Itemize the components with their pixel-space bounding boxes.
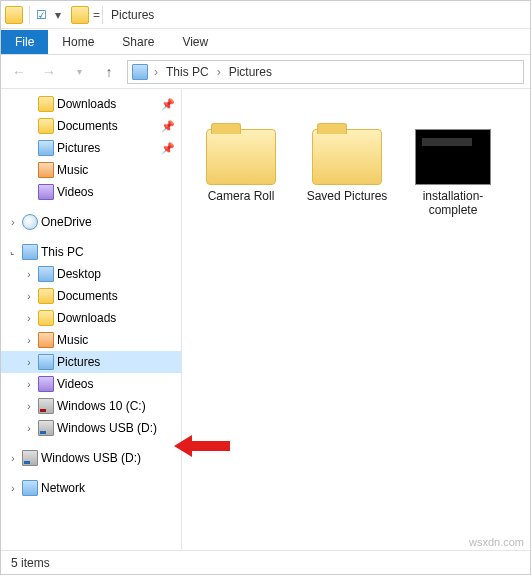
collapse-arrow[interactable]: ⌄ bbox=[5, 244, 21, 260]
expand-arrow[interactable]: › bbox=[23, 335, 35, 346]
tree-label: Videos bbox=[57, 377, 93, 391]
tab-share[interactable]: Share bbox=[108, 30, 168, 54]
tree-label: Downloads bbox=[57, 97, 116, 111]
tree-item-pc-videos[interactable]: › Videos bbox=[1, 373, 181, 395]
expand-arrow[interactable]: › bbox=[23, 401, 35, 412]
quick-access-toolbar: ☑ ▾ bbox=[1, 6, 65, 24]
expand-arrow[interactable]: › bbox=[7, 217, 19, 228]
expand-arrow[interactable]: › bbox=[23, 423, 35, 434]
tree-item-music[interactable]: › Music bbox=[1, 159, 181, 181]
folder-icon bbox=[38, 288, 54, 304]
network-icon bbox=[22, 480, 38, 496]
expand-arrow[interactable]: › bbox=[23, 357, 35, 368]
forward-button[interactable]: → bbox=[37, 60, 61, 84]
tree-item-pc-downloads[interactable]: › Downloads bbox=[1, 307, 181, 329]
folder-icon bbox=[38, 96, 54, 112]
title-folder-icon bbox=[71, 6, 89, 24]
expand-arrow[interactable]: › bbox=[23, 313, 35, 324]
file-label: installation-complete bbox=[408, 189, 498, 218]
tab-view[interactable]: View bbox=[168, 30, 222, 54]
up-button[interactable]: ↑ bbox=[97, 60, 121, 84]
address-icon bbox=[132, 64, 148, 80]
tree-label: OneDrive bbox=[41, 215, 92, 229]
status-bar: 5 items bbox=[1, 550, 530, 574]
cloud-icon bbox=[22, 214, 38, 230]
chevron-right-icon[interactable]: › bbox=[215, 65, 223, 79]
tree-label: Music bbox=[57, 333, 88, 347]
tree-item-pc-pictures[interactable]: › Pictures bbox=[1, 351, 181, 373]
body: › Downloads 📌 › Documents 📌 › Pictures 📌… bbox=[1, 89, 530, 550]
breadcrumb-current[interactable]: Pictures bbox=[227, 63, 274, 81]
folder-item-saved-pictures[interactable]: Saved Pictures bbox=[302, 129, 392, 218]
window-title: Pictures bbox=[111, 8, 154, 22]
tree-label: Pictures bbox=[57, 355, 100, 369]
folder-icon bbox=[38, 118, 54, 134]
tree-item-pictures[interactable]: › Pictures 📌 bbox=[1, 137, 181, 159]
desktop-icon bbox=[38, 266, 54, 282]
recent-dropdown[interactable]: ▾ bbox=[67, 60, 91, 84]
music-icon bbox=[38, 162, 54, 178]
file-label: Camera Roll bbox=[208, 189, 275, 203]
qat-dropdown-icon[interactable]: ▾ bbox=[55, 8, 61, 22]
address-bar[interactable]: › This PC › Pictures bbox=[127, 60, 524, 84]
tree-label: Windows USB (D:) bbox=[41, 451, 141, 465]
image-thumb bbox=[415, 129, 491, 185]
usb-icon bbox=[38, 420, 54, 436]
nav-row: ← → ▾ ↑ › This PC › Pictures bbox=[1, 55, 530, 89]
qat-separator bbox=[29, 6, 30, 24]
file-item-installation-complete[interactable]: installation-complete bbox=[408, 129, 498, 218]
tree-item-root-usb[interactable]: › Windows USB (D:) bbox=[1, 447, 181, 469]
tree-item-pc-usb[interactable]: › Windows USB (D:) bbox=[1, 417, 181, 439]
back-button[interactable]: ← bbox=[7, 60, 31, 84]
ribbon: File Home Share View bbox=[1, 29, 530, 55]
title-separator-line bbox=[102, 6, 103, 24]
tree-item-pc-music[interactable]: › Music bbox=[1, 329, 181, 351]
tree-label: This PC bbox=[41, 245, 84, 259]
tree-label: Videos bbox=[57, 185, 93, 199]
tree-item-videos[interactable]: › Videos bbox=[1, 181, 181, 203]
tree-item-network[interactable]: › Network bbox=[1, 477, 181, 499]
tree-item-pc-documents[interactable]: › Documents bbox=[1, 285, 181, 307]
usb-icon bbox=[22, 450, 38, 466]
file-label: Saved Pictures bbox=[307, 189, 388, 203]
tree-item-pc-desktop[interactable]: › Desktop bbox=[1, 263, 181, 285]
expand-arrow[interactable]: › bbox=[23, 269, 35, 280]
tree-item-documents[interactable]: › Documents 📌 bbox=[1, 115, 181, 137]
tree-label: Pictures bbox=[57, 141, 100, 155]
expand-arrow[interactable]: › bbox=[7, 453, 19, 464]
tree-item-onedrive[interactable]: › OneDrive bbox=[1, 211, 181, 233]
tree-label: Documents bbox=[57, 289, 118, 303]
expand-arrow[interactable]: › bbox=[23, 379, 35, 390]
music-icon bbox=[38, 332, 54, 348]
tree-item-this-pc[interactable]: ⌄ This PC bbox=[1, 241, 181, 263]
file-tab[interactable]: File bbox=[1, 30, 48, 54]
folder-item-camera-roll[interactable]: Camera Roll bbox=[196, 129, 286, 218]
expand-arrow[interactable]: › bbox=[23, 291, 35, 302]
tree-item-downloads[interactable]: › Downloads 📌 bbox=[1, 93, 181, 115]
qat-check-icon: ☑ bbox=[36, 8, 47, 22]
pc-icon bbox=[22, 244, 38, 260]
chevron-right-icon[interactable]: › bbox=[152, 65, 160, 79]
status-text: 5 items bbox=[11, 556, 50, 570]
pin-icon: 📌 bbox=[161, 120, 175, 133]
tree-label: Desktop bbox=[57, 267, 101, 281]
drive-icon bbox=[38, 398, 54, 414]
content-pane[interactable]: Camera Roll Saved Pictures installation-… bbox=[182, 89, 530, 550]
tree-label: Downloads bbox=[57, 311, 116, 325]
nav-pane[interactable]: › Downloads 📌 › Documents 📌 › Pictures 📌… bbox=[1, 89, 182, 550]
pictures-icon bbox=[38, 354, 54, 370]
videos-icon bbox=[38, 184, 54, 200]
expand-arrow[interactable]: › bbox=[7, 483, 19, 494]
tree-item-pc-cdrive[interactable]: › Windows 10 (C:) bbox=[1, 395, 181, 417]
pin-icon: 📌 bbox=[161, 98, 175, 111]
tab-home[interactable]: Home bbox=[48, 30, 108, 54]
tree-label: Windows 10 (C:) bbox=[57, 399, 146, 413]
videos-icon bbox=[38, 376, 54, 392]
tree-label: Windows USB (D:) bbox=[57, 421, 157, 435]
window-icon[interactable] bbox=[5, 6, 23, 24]
folder-icon bbox=[206, 129, 276, 185]
title-separator: = bbox=[93, 8, 100, 22]
folder-icon bbox=[312, 129, 382, 185]
tree-label: Documents bbox=[57, 119, 118, 133]
breadcrumb-root[interactable]: This PC bbox=[164, 63, 211, 81]
